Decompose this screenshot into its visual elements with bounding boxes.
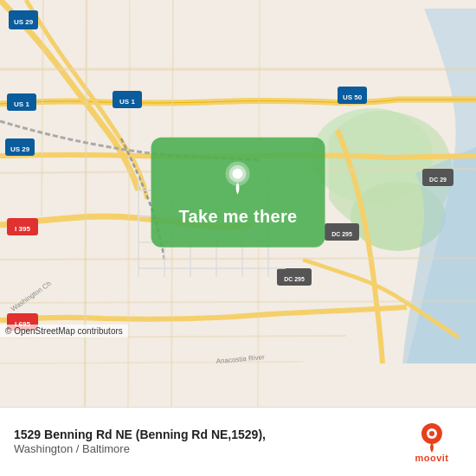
svg-text:DC 29: DC 29: [429, 177, 447, 183]
address-line1: 1529 Benning Rd NE (Benning Rd NE,1529),: [14, 427, 391, 442]
moovit-text: moovit: [415, 453, 448, 463]
pin-icon: [219, 158, 257, 196]
svg-text:US 1: US 1: [14, 100, 29, 108]
attribution-text: © OpenStreetMap contributors: [5, 326, 123, 336]
svg-text:US 1: US 1: [119, 98, 135, 106]
map-container: US 29 US 1 US 1 US 29 US 50 I 395 I 695 …: [0, 0, 476, 407]
bottom-bar: 1529 Benning Rd NE (Benning Rd NE,1529),…: [0, 407, 476, 476]
svg-point-40: [429, 431, 434, 436]
moovit-logo: moovit: [402, 421, 462, 463]
svg-text:US 29: US 29: [14, 18, 34, 26]
svg-text:DC 295: DC 295: [284, 276, 305, 282]
take-me-there-button[interactable]: Take me there: [179, 207, 298, 227]
moovit-icon: [416, 421, 447, 453]
address-block: 1529 Benning Rd NE (Benning Rd NE,1529),…: [14, 427, 391, 457]
address-line2: Washington / Baltimore: [14, 442, 391, 457]
svg-point-37: [233, 169, 243, 179]
attribution-bar: © OpenStreetMap contributors: [0, 325, 128, 338]
location-card: Take me there: [151, 138, 325, 248]
svg-text:US 50: US 50: [343, 93, 363, 101]
svg-text:I 395: I 395: [15, 225, 30, 233]
app: US 29 US 1 US 1 US 29 US 50 I 395 I 695 …: [0, 0, 476, 476]
svg-text:DC 295: DC 295: [331, 231, 352, 237]
svg-text:US 29: US 29: [10, 145, 30, 153]
